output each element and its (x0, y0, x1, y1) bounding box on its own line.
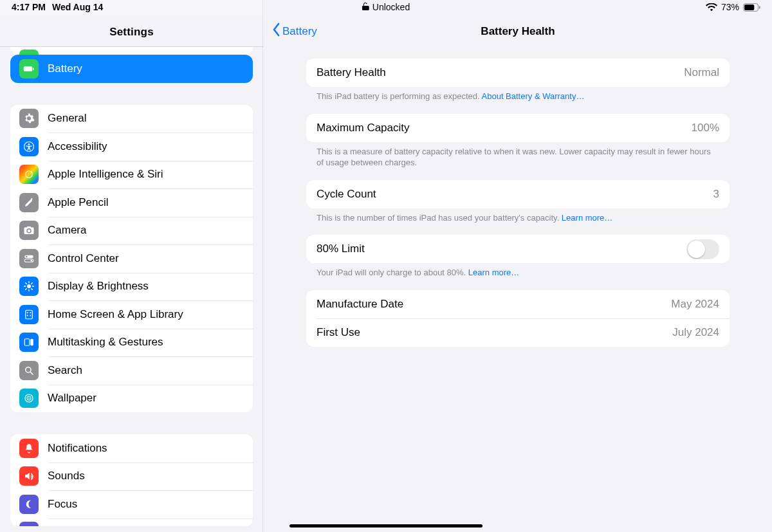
sidebar-item-control-center[interactable]: Control Center (10, 244, 253, 273)
brightness-icon (19, 277, 39, 296)
max-capacity-value: 100% (692, 122, 719, 134)
sidebar-item-search[interactable]: Search (10, 356, 253, 385)
sidebar-item-focus[interactable]: Focus (10, 490, 253, 518)
manufacture-date-value: May 2024 (671, 298, 719, 311)
back-button[interactable]: Battery (271, 23, 317, 40)
max-capacity-footer: This is a measure of battery capacity re… (306, 142, 730, 169)
accessibility-icon (19, 137, 39, 156)
sidebar-item-wallpaper[interactable]: Wallpaper (10, 385, 253, 413)
sidebar-peek-row (10, 47, 253, 55)
cell-cycle-count[interactable]: Cycle Count 3 (306, 180, 730, 208)
status-bar: 4:17 PM Wed Aug 14 Unlocked 73% (0, 0, 772, 14)
sidebar-item-battery[interactable]: Battery (10, 55, 253, 83)
sidebar-item-apple-intelligence-siri[interactable]: Apple Intelligence & Siri (10, 161, 253, 189)
chevron-left-icon (271, 23, 280, 40)
sidebar-item-cutoff[interactable] (10, 518, 253, 526)
sidebar-item-general[interactable]: General (10, 105, 253, 133)
limit-learn-more-link[interactable]: Learn more… (468, 268, 519, 277)
sidebar-item-label: Battery (48, 62, 244, 75)
about-battery-warranty-link[interactable]: About Battery & Warranty… (482, 91, 585, 101)
status-unlocked-label: Unlocked (372, 2, 410, 12)
multitasking-icon (19, 333, 39, 352)
wifi-icon (706, 3, 717, 12)
battery-health-footer: This iPad battery is performing as expec… (306, 87, 730, 102)
bell-icon (19, 439, 39, 458)
svg-point-7 (26, 171, 33, 178)
detail-pane: Battery Battery Health Battery Health No… (264, 0, 772, 532)
svg-point-6 (28, 143, 30, 145)
svg-rect-2 (759, 6, 760, 9)
svg-rect-13 (26, 310, 33, 319)
svg-point-17 (30, 315, 31, 316)
control-center-icon (19, 249, 39, 268)
home-indicator (290, 524, 482, 527)
battery-health-value: Normal (684, 66, 719, 79)
status-battery-percent: 73% (721, 2, 739, 12)
siri-icon (19, 165, 39, 184)
status-date: Wed Aug 14 (52, 2, 103, 12)
cycle-count-value: 3 (713, 188, 719, 201)
sidebar-title: Settings (109, 26, 154, 39)
status-time: 4:17 PM (12, 2, 46, 12)
cycle-learn-more-link[interactable]: Learn more… (562, 213, 612, 223)
moon-icon (19, 495, 39, 514)
cell-battery-health[interactable]: Battery Health Normal (306, 59, 730, 87)
svg-rect-18 (24, 339, 30, 346)
cell-first-use: First Use July 2024 (306, 318, 730, 347)
sidebar-item-sounds[interactable]: Sounds (10, 463, 253, 491)
lock-open-icon (362, 2, 369, 12)
pencil-icon (19, 193, 39, 212)
first-use-value: July 2024 (672, 326, 719, 339)
home-screen-icon (19, 305, 39, 324)
battery-icon (743, 3, 760, 12)
80-limit-toggle[interactable] (686, 239, 719, 259)
cell-manufacture-date: Manufacture Date May 2024 (306, 290, 730, 318)
svg-point-12 (27, 284, 31, 288)
svg-point-15 (30, 312, 31, 313)
speaker-icon (19, 466, 39, 486)
search-icon (19, 361, 39, 380)
svg-point-23 (28, 398, 30, 399)
svg-point-16 (27, 315, 28, 316)
cutoff-icon (19, 522, 39, 526)
svg-rect-1 (744, 5, 754, 10)
sidebar-item-display-brightness[interactable]: Display & Brightness (10, 273, 253, 301)
peek-icon (19, 50, 39, 55)
svg-point-11 (30, 259, 32, 261)
svg-point-10 (26, 255, 28, 257)
sidebar-item-apple-pencil[interactable]: Apple Pencil (10, 188, 253, 217)
battery-icon-sidebar (19, 59, 39, 78)
sidebar-item-notifications[interactable]: Notifications (10, 434, 253, 463)
svg-rect-4 (33, 68, 34, 70)
cell-max-capacity[interactable]: Maximum Capacity 100% (306, 114, 730, 142)
status-center: Unlocked (362, 2, 410, 12)
detail-title: Battery Health (481, 25, 555, 38)
sidebar-item-home-screen[interactable]: Home Screen & App Library (10, 300, 253, 329)
gear-icon (19, 109, 39, 128)
svg-rect-3 (24, 66, 33, 71)
limit-footer: Your iPad will only charge to about 80%.… (306, 263, 730, 279)
back-label: Battery (282, 25, 317, 38)
settings-sidebar: Settings Battery (0, 0, 264, 532)
sidebar-item-camera[interactable]: Camera (10, 217, 253, 245)
svg-point-14 (27, 312, 28, 313)
cycle-count-footer: This is the number of times iPad has use… (306, 208, 730, 224)
camera-icon (19, 221, 39, 240)
sidebar-item-accessibility[interactable]: Accessibility (10, 133, 253, 161)
wallpaper-icon (19, 389, 39, 408)
cell-80-limit: 80% Limit (306, 235, 730, 263)
sidebar-item-multitasking[interactable]: Multitasking & Gestures (10, 329, 253, 357)
svg-rect-19 (30, 339, 33, 346)
